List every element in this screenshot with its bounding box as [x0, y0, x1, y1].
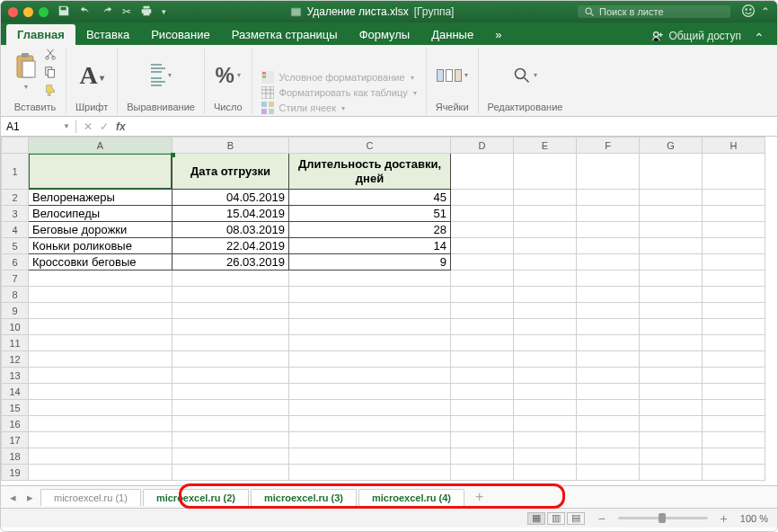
- cell-E17[interactable]: [514, 432, 577, 448]
- cell-H11[interactable]: [703, 335, 765, 351]
- cell-A8[interactable]: [29, 287, 172, 303]
- cell-H19[interactable]: [703, 465, 765, 481]
- cell-F14[interactable]: [577, 384, 640, 400]
- cell-G8[interactable]: [640, 287, 703, 303]
- cell-C4[interactable]: 28: [289, 222, 451, 238]
- cell-F2[interactable]: [577, 190, 640, 206]
- cell-C17[interactable]: [289, 432, 451, 448]
- cell-A9[interactable]: [29, 303, 172, 319]
- cell-C7[interactable]: [289, 270, 451, 287]
- sheet-tab-4[interactable]: microexcel.ru (4): [358, 489, 464, 506]
- cell-E7[interactable]: [514, 270, 577, 287]
- cell-D2[interactable]: [451, 190, 514, 206]
- cell-E18[interactable]: [514, 448, 577, 465]
- number-group[interactable]: %▾ Число: [205, 49, 252, 114]
- column-header-F[interactable]: F: [577, 137, 640, 154]
- redo-icon[interactable]: [101, 4, 113, 20]
- editing-group[interactable]: ▾ Редактирование: [479, 49, 572, 114]
- cell-B13[interactable]: [172, 368, 289, 384]
- cell-A19[interactable]: [29, 465, 172, 481]
- cell-G18[interactable]: [640, 448, 703, 465]
- cell-A18[interactable]: [29, 448, 172, 465]
- cell-C15[interactable]: [289, 400, 451, 416]
- cell-H1[interactable]: [703, 154, 765, 190]
- row-header[interactable]: 19: [2, 465, 29, 481]
- copy-icon[interactable]: [44, 66, 57, 80]
- cancel-formula-icon[interactable]: ✕: [84, 120, 93, 133]
- row-header[interactable]: 12: [2, 351, 29, 368]
- cell-F18[interactable]: [577, 448, 640, 465]
- cell-A14[interactable]: [29, 384, 172, 400]
- cell-F8[interactable]: [577, 287, 640, 303]
- cell-C10[interactable]: [289, 319, 451, 335]
- cell-C14[interactable]: [289, 384, 451, 400]
- tab-data[interactable]: Данные: [420, 24, 484, 45]
- cell-A17[interactable]: [29, 432, 172, 448]
- cell-D11[interactable]: [451, 335, 514, 351]
- cell-F5[interactable]: [577, 238, 640, 254]
- zoom-level-label[interactable]: 100 %: [740, 513, 768, 524]
- cell-G4[interactable]: [640, 222, 703, 238]
- cell-G5[interactable]: [640, 238, 703, 254]
- titlebar-collapse-icon[interactable]: ⌃: [761, 5, 770, 18]
- cell-D1[interactable]: [451, 154, 514, 190]
- cell-F15[interactable]: [577, 400, 640, 416]
- column-header-B[interactable]: B: [172, 137, 289, 154]
- format-painter-icon[interactable]: [44, 84, 57, 98]
- cell-H15[interactable]: [703, 400, 765, 416]
- sheet-tab-2[interactable]: microexcel.ru (2): [143, 489, 249, 506]
- cell-D7[interactable]: [451, 270, 514, 287]
- cell-B11[interactable]: [172, 335, 289, 351]
- cell-F7[interactable]: [577, 270, 640, 287]
- cell-A4[interactable]: Беговые дорожки: [29, 222, 172, 238]
- cell-E12[interactable]: [514, 351, 577, 368]
- cell-D4[interactable]: [451, 222, 514, 238]
- cell-H14[interactable]: [703, 384, 765, 400]
- cell-D6[interactable]: [451, 254, 514, 270]
- cell-C9[interactable]: [289, 303, 451, 319]
- cell-C12[interactable]: [289, 351, 451, 368]
- zoom-in-button[interactable]: +: [717, 511, 731, 526]
- column-header-C[interactable]: C: [289, 137, 451, 154]
- tab-page-layout[interactable]: Разметка страницы: [221, 24, 349, 45]
- cell-F9[interactable]: [577, 303, 640, 319]
- cell-H2[interactable]: [703, 190, 765, 206]
- cell-C18[interactable]: [289, 448, 451, 465]
- cell-H13[interactable]: [703, 368, 765, 384]
- cell-B3[interactable]: 15.04.2019: [172, 206, 289, 222]
- cell-C3[interactable]: 51: [289, 206, 451, 222]
- cell-G13[interactable]: [640, 368, 703, 384]
- cell-D8[interactable]: [451, 287, 514, 303]
- cell-D18[interactable]: [451, 448, 514, 465]
- cell-G2[interactable]: [640, 190, 703, 206]
- row-header[interactable]: 7: [2, 270, 29, 287]
- font-group[interactable]: A▾ Шрифт: [66, 49, 118, 114]
- row-header[interactable]: 1: [2, 154, 29, 190]
- cell-H8[interactable]: [703, 287, 765, 303]
- cell-A12[interactable]: [29, 351, 172, 368]
- tab-insert[interactable]: Вставка: [75, 24, 140, 45]
- format-as-table-button[interactable]: Форматировать как таблицу▾: [261, 86, 417, 99]
- cell-E6[interactable]: [514, 254, 577, 270]
- cell-H4[interactable]: [703, 222, 765, 238]
- row-header[interactable]: 6: [2, 254, 29, 270]
- cell-C5[interactable]: 14: [289, 238, 451, 254]
- close-window-button[interactable]: [8, 7, 18, 17]
- cell-B17[interactable]: [172, 432, 289, 448]
- row-header[interactable]: 2: [2, 190, 29, 206]
- cell-F1[interactable]: [577, 154, 640, 190]
- cell-E2[interactable]: [514, 190, 577, 206]
- tab-overflow[interactable]: »: [484, 24, 512, 45]
- column-header-A[interactable]: A: [29, 137, 172, 154]
- column-header-H[interactable]: H: [703, 137, 765, 154]
- cell-D14[interactable]: [451, 384, 514, 400]
- cell-C19[interactable]: [289, 465, 451, 481]
- cell-G6[interactable]: [640, 254, 703, 270]
- cell-B6[interactable]: 26.03.2019: [172, 254, 289, 270]
- cell-D5[interactable]: [451, 238, 514, 254]
- cell-A15[interactable]: [29, 400, 172, 416]
- cell-A13[interactable]: [29, 368, 172, 384]
- cell-B16[interactable]: [172, 416, 289, 432]
- cell-B4[interactable]: 08.03.2019: [172, 222, 289, 238]
- cell-E15[interactable]: [514, 400, 577, 416]
